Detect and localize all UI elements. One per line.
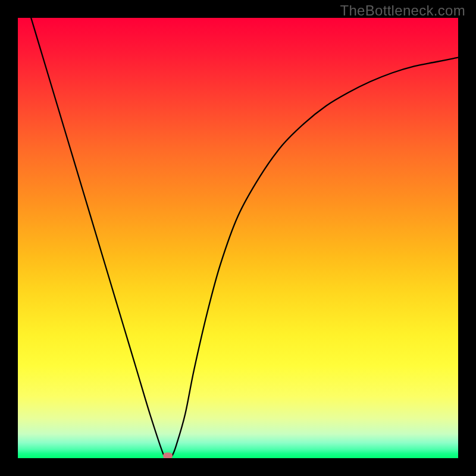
chart-frame: TheBottleneck.com [0, 0, 476, 476]
optimal-point-marker [163, 453, 173, 458]
bottleneck-curve [31, 18, 458, 458]
plot-area [18, 18, 458, 458]
curve-layer [18, 18, 458, 458]
watermark-text: TheBottleneck.com [340, 2, 465, 19]
